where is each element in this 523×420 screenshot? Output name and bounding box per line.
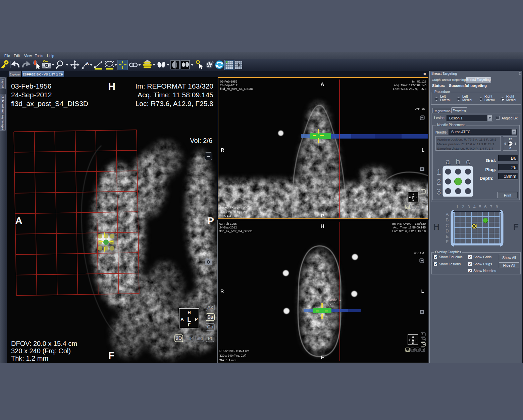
svg-text:Vol: 2/6: Vol: 2/6 bbox=[414, 252, 424, 255]
svg-text:a: a bbox=[446, 157, 450, 166]
svg-text:P: P bbox=[207, 215, 214, 226]
svg-text:H: H bbox=[188, 310, 191, 315]
svg-text:Vol: 2/6: Vol: 2/6 bbox=[415, 107, 425, 111]
svg-text:2: 2 bbox=[462, 204, 464, 209]
svg-text:24-Sep-2012: 24-Sep-2012 bbox=[11, 91, 52, 99]
svg-text:L: L bbox=[421, 288, 424, 294]
svg-text:L: L bbox=[422, 147, 425, 153]
svg-text:3: 3 bbox=[436, 187, 441, 196]
svg-text:C: C bbox=[446, 223, 449, 228]
svg-text:320 x 240 (Frq: Col): 320 x 240 (Frq: Col) bbox=[219, 354, 246, 357]
svg-text:Loc: R73.6, A12.9, F25.8: Loc: R73.6, A12.9, F25.8 bbox=[393, 87, 426, 91]
svg-text:Acq. Time: 11:58:09.145: Acq. Time: 11:58:09.145 bbox=[393, 226, 426, 229]
svg-text:A: A bbox=[86, 61, 89, 66]
svg-text:P: P bbox=[321, 213, 324, 218]
svg-text:E: E bbox=[446, 234, 449, 239]
svg-text:MIP: MIP bbox=[411, 349, 415, 351]
svg-text:H: H bbox=[321, 223, 324, 229]
svg-text:L: L bbox=[187, 316, 191, 323]
svg-text:L: L bbox=[416, 196, 418, 199]
svg-text:Pt: Pt bbox=[422, 349, 424, 351]
svg-text:Im: REFORMAT 148/320: Im: REFORMAT 148/320 bbox=[392, 222, 426, 225]
svg-text:Co: Co bbox=[207, 324, 213, 329]
svg-text:1: 1 bbox=[436, 167, 441, 176]
svg-text:12: 12 bbox=[509, 138, 512, 141]
svg-text:2D: 2D bbox=[406, 206, 409, 208]
svg-text:DFOV: 20.0 x 15.4 cm: DFOV: 20.0 x 15.4 cm bbox=[219, 349, 249, 353]
svg-text:320 x 240 (Frq: Col): 320 x 240 (Frq: Col) bbox=[220, 210, 247, 214]
svg-text:A: A bbox=[321, 81, 324, 87]
svg-text:b: b bbox=[456, 157, 460, 166]
svg-text:A: A bbox=[446, 212, 449, 217]
svg-text:3: 3 bbox=[467, 204, 470, 209]
svg-text:Sa: Sa bbox=[422, 338, 425, 341]
svg-text:Ax: Ax bbox=[207, 305, 213, 310]
svg-text:H: H bbox=[108, 81, 115, 92]
svg-text:fl3d_ax_post_S4_DIS3D: fl3d_ax_post_S4_DIS3D bbox=[219, 229, 253, 233]
svg-text:Lesion 1: Lesion 1 bbox=[107, 229, 117, 232]
svg-text:Sld: Sld bbox=[416, 349, 419, 351]
svg-text:L: L bbox=[416, 339, 417, 342]
svg-text:2D: 2D bbox=[406, 349, 409, 351]
svg-text:Im: 82/128: Im: 82/128 bbox=[412, 80, 426, 83]
svg-text:Thk: 1.2 mm: Thk: 1.2 mm bbox=[11, 355, 48, 362]
svg-text:Pt: Pt bbox=[208, 336, 212, 341]
svg-text:2D: 2D bbox=[176, 335, 182, 341]
svg-text:D: D bbox=[446, 228, 449, 233]
svg-text:2: 2 bbox=[436, 177, 441, 187]
svg-text:fl3d_ax_post_S4_DIS3D: fl3d_ax_post_S4_DIS3D bbox=[11, 100, 88, 108]
svg-text:6: 6 bbox=[484, 204, 486, 209]
svg-text:Lesion 1: Lesion 1 bbox=[329, 298, 341, 301]
svg-text:Ax: Ax bbox=[422, 333, 425, 336]
svg-text:03-Feb-1956: 03-Feb-1956 bbox=[219, 222, 237, 225]
svg-text:8: 8 bbox=[495, 204, 498, 209]
svg-text:Sld: Sld bbox=[197, 336, 203, 341]
svg-text:1: 1 bbox=[456, 204, 458, 209]
svg-text:F: F bbox=[321, 354, 324, 360]
svg-text:4: 4 bbox=[473, 204, 475, 209]
svg-text:F: F bbox=[446, 239, 449, 244]
svg-text:DFOV: 20.0 x 14.0 cm: DFOV: 20.0 x 14.0 cm bbox=[220, 207, 250, 210]
svg-text:H: H bbox=[433, 222, 440, 232]
svg-text:Acq. Time: 11:58:09.145: Acq. Time: 11:58:09.145 bbox=[138, 91, 213, 99]
svg-text:F: F bbox=[513, 222, 519, 232]
svg-text:320 x 240 (Frq: Col): 320 x 240 (Frq: Col) bbox=[11, 347, 71, 355]
svg-text:03-Feb-1956: 03-Feb-1956 bbox=[11, 82, 51, 90]
svg-text:R: R bbox=[409, 339, 411, 342]
svg-text:R: R bbox=[220, 288, 224, 294]
svg-text:Vol: 2/6: Vol: 2/6 bbox=[190, 137, 212, 144]
svg-text:Acq. Time: 11:58:09.145: Acq. Time: 11:58:09.145 bbox=[394, 84, 426, 87]
svg-text:Sld: Sld bbox=[416, 206, 419, 208]
svg-text:24-Sep-2012: 24-Sep-2012 bbox=[219, 226, 237, 229]
svg-text:c: c bbox=[466, 157, 470, 166]
svg-text:R: R bbox=[409, 196, 411, 199]
svg-text:Thk: 1.2 mm: Thk: 1.2 mm bbox=[220, 214, 237, 217]
svg-text:Ax: Ax bbox=[422, 190, 425, 193]
svg-text:Loc: R73.6, A12.9, F25.8: Loc: R73.6, A12.9, F25.8 bbox=[136, 100, 213, 107]
svg-text:Sa: Sa bbox=[422, 195, 425, 198]
svg-text:P: P bbox=[195, 317, 198, 322]
svg-text:Thk: 1.2 mm: Thk: 1.2 mm bbox=[219, 359, 236, 362]
svg-text:Im: REFORMAT 163/320: Im: REFORMAT 163/320 bbox=[135, 82, 213, 90]
svg-text:Loc: R73.6, A12.9, F25.8: Loc: R73.6, A12.9, F25.8 bbox=[392, 229, 426, 233]
svg-text:03-Feb-1956: 03-Feb-1956 bbox=[220, 80, 238, 83]
svg-text:F: F bbox=[108, 350, 114, 361]
svg-text:DFOV: 20.0 x 15.4 cm: DFOV: 20.0 x 15.4 cm bbox=[11, 340, 77, 347]
svg-text:F: F bbox=[188, 322, 191, 327]
svg-text:9: 9 bbox=[504, 142, 506, 145]
svg-text:B: B bbox=[446, 217, 449, 222]
svg-text:MIP: MIP bbox=[186, 336, 193, 341]
svg-text:P: P bbox=[412, 199, 414, 202]
svg-text:R: R bbox=[221, 147, 224, 153]
svg-text:MIP: MIP bbox=[411, 206, 415, 208]
svg-text:Pt: Pt bbox=[422, 206, 424, 208]
svg-text:Sa: Sa bbox=[207, 314, 213, 320]
svg-text:3: 3 bbox=[514, 142, 516, 145]
svg-text:7: 7 bbox=[490, 204, 492, 209]
svg-text:24-Sep-2012: 24-Sep-2012 bbox=[220, 84, 238, 87]
svg-text:Co: Co bbox=[422, 343, 425, 346]
svg-text:A: A bbox=[180, 317, 184, 322]
svg-text:fl3d_ax_post_S4_DIS3D: fl3d_ax_post_S4_DIS3D bbox=[220, 87, 253, 91]
svg-text:F: F bbox=[412, 342, 414, 345]
svg-text:A: A bbox=[15, 215, 22, 226]
